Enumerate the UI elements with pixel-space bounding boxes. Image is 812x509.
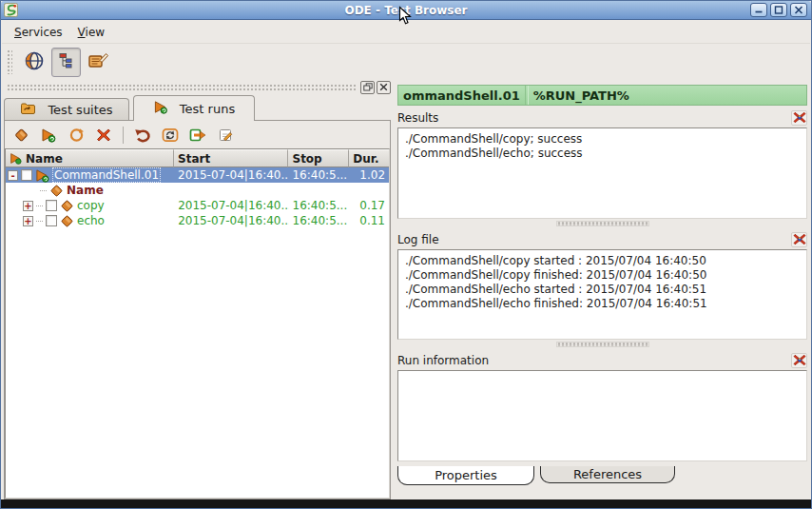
suite-diamond-icon <box>60 214 74 228</box>
toolbar-separator <box>123 127 124 144</box>
expand-icon[interactable]: + <box>23 216 33 226</box>
app-logo-icon <box>4 3 18 17</box>
dock-drag-handle[interactable] <box>7 84 356 91</box>
results-box[interactable]: ./CommandShell/copy; success ./CommandSh… <box>397 127 807 219</box>
column-header-dur[interactable]: Dur. <box>349 149 389 167</box>
column-header-name[interactable]: Name <box>6 149 174 167</box>
undo-icon <box>134 127 151 143</box>
window-bottom-edge <box>1 499 811 508</box>
maximize-button[interactable] <box>770 3 787 17</box>
export-button[interactable] <box>188 126 207 145</box>
log-line: ./CommandShell/echo started : 2015/07/04… <box>405 283 800 297</box>
results-clear-button[interactable] <box>791 110 807 126</box>
section-splitter[interactable] <box>397 340 807 348</box>
new-suite-button[interactable] <box>11 126 30 145</box>
menu-services[interactable]: Services <box>14 26 63 39</box>
run-header: ommandShell.01 %RUN_PATH% <box>397 85 807 106</box>
dock-close-button[interactable] <box>377 81 391 94</box>
log-line: ./CommandShell/echo finished: 2015/07/04… <box>405 297 800 311</box>
row-dur: 0.11 <box>349 214 389 227</box>
details-panel: ommandShell.01 %RUN_PATH% Results ./Comm… <box>393 79 812 499</box>
close-icon <box>379 83 388 91</box>
export-icon <box>189 127 206 143</box>
edit-icon <box>218 127 234 143</box>
red-x-icon <box>793 111 806 124</box>
tab-test-suites[interactable]: Test suites <box>4 98 129 121</box>
test-dock-panel: Test suites Test runs <box>4 80 391 499</box>
suite-diamond-icon <box>13 127 29 143</box>
tree-toolbar <box>5 121 390 148</box>
red-x-icon <box>793 233 806 245</box>
tree-line <box>36 221 43 222</box>
tab-references[interactable]: References <box>540 466 675 483</box>
row-name: Name <box>67 184 104 197</box>
row-start: 2015-07-04|16:40... <box>174 214 288 227</box>
row-name: echo <box>77 214 105 227</box>
float-icon <box>363 83 373 91</box>
refresh-button[interactable] <box>161 126 180 145</box>
table-row-echo[interactable]: + echo 2015-07-04|16:40... 16:40:5... 0.… <box>6 213 389 228</box>
table-row-commandshell[interactable]: - CommandShell.01 2015-07-04|16:40... 16… <box>6 167 389 183</box>
menu-view[interactable]: View <box>78 26 105 39</box>
dock-float-button[interactable] <box>360 81 375 94</box>
tree-view-button[interactable] <box>51 48 81 77</box>
minimize-button[interactable] <box>750 3 767 17</box>
run-name: ommandShell.01 <box>398 86 525 105</box>
tab-properties[interactable]: Properties <box>397 466 534 485</box>
mouse-cursor <box>398 6 412 29</box>
row-stop: 16:40:5... <box>288 168 349 182</box>
row-name: CommandShell.01 <box>52 167 161 183</box>
table-row-name-group[interactable]: Name <box>6 183 389 198</box>
row-checkbox[interactable] <box>46 215 57 226</box>
tab-label: Test suites <box>48 103 112 117</box>
folder-icon <box>20 102 36 118</box>
notes-edit-icon <box>87 51 109 73</box>
runinfo-clear-button[interactable] <box>791 353 807 368</box>
suite-diamond-icon <box>49 184 64 198</box>
runinfo-box[interactable] <box>397 370 807 461</box>
run-icon <box>10 152 22 165</box>
browser-globe-icon <box>24 50 45 74</box>
rerun-button[interactable] <box>67 126 86 145</box>
undo-button[interactable] <box>133 126 152 145</box>
run-icon <box>41 127 56 143</box>
tree-line <box>36 206 43 206</box>
result-line: ./CommandShell/echo; success <box>405 147 800 161</box>
logfile-clear-button[interactable] <box>791 232 807 247</box>
close-button[interactable] <box>790 3 807 17</box>
row-name: copy <box>77 199 105 212</box>
logfile-section-title: Log file <box>397 233 439 246</box>
results-section-title: Results <box>397 111 438 125</box>
toolbar-drag-handle[interactable] <box>7 49 12 74</box>
expand-icon[interactable]: + <box>23 201 33 211</box>
test-runs-pane: Name Start Stop Dur. - CommandShell.01 2… <box>4 120 391 499</box>
dock-title-bar[interactable] <box>4 80 391 94</box>
delete-x-icon <box>96 127 111 143</box>
collapse-icon[interactable]: - <box>8 170 18 181</box>
run-icon <box>35 168 49 183</box>
detail-tabs: Properties References <box>397 466 807 485</box>
runinfo-section-title: Run information <box>397 354 489 367</box>
table-header: Name Start Stop Dur. <box>6 149 389 167</box>
browser-view-button[interactable] <box>19 48 48 77</box>
row-stop: 16:40:5... <box>289 199 350 212</box>
edit-button[interactable] <box>216 126 235 145</box>
result-line: ./CommandShell/copy; success <box>405 132 800 147</box>
tree-line <box>40 190 47 191</box>
column-header-start[interactable]: Start <box>174 149 288 167</box>
logfile-box[interactable]: ./CommandShell/copy started : 2015/07/04… <box>397 249 807 340</box>
table-row-copy[interactable]: + copy 2015-07-04|16:40... 16:40:5... 0.… <box>6 198 389 213</box>
run-path: %RUN_PATH% <box>529 86 634 105</box>
row-start: 2015-07-04|16:40... <box>174 168 288 182</box>
column-header-stop[interactable]: Stop <box>288 149 349 167</box>
row-checkbox[interactable] <box>46 200 57 211</box>
run-icon <box>153 100 168 117</box>
tree-view-icon <box>57 51 76 73</box>
delete-button[interactable] <box>94 126 113 145</box>
notes-button[interactable] <box>84 48 113 77</box>
rerun-icon <box>68 127 85 143</box>
tab-test-runs[interactable]: Test runs <box>133 95 255 121</box>
section-splitter[interactable] <box>397 219 807 227</box>
run-test-button[interactable] <box>39 126 58 145</box>
row-checkbox[interactable] <box>21 169 32 181</box>
